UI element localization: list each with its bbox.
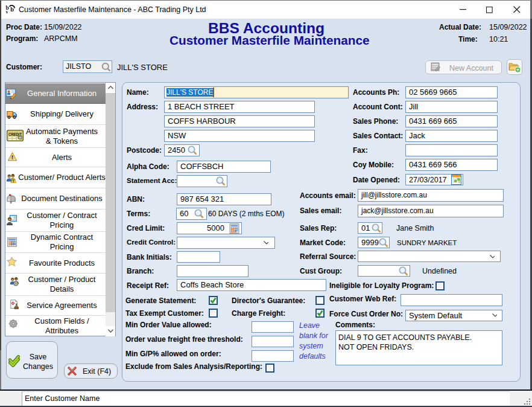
svg-text:b: b: [10, 6, 14, 13]
